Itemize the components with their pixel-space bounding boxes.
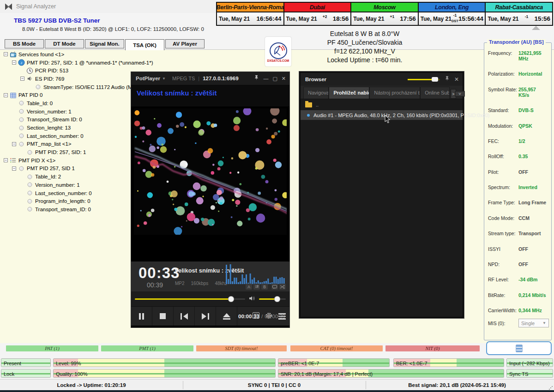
- transponder-label: BitRate:: [488, 292, 518, 298]
- tree-expander[interactable]: −: [4, 158, 8, 162]
- potplayer-titlebar[interactable]: PotPlayer▼ MPEG TS | 127.0.0.1:6969 — ▢ …: [131, 72, 289, 85]
- potplayer-menu-button[interactable]: PotPlayer▼: [136, 76, 166, 81]
- tree-item[interactable]: −PMT PID X <1>: [2, 156, 130, 165]
- tab-bs-mode[interactable]: BS Mode: [5, 39, 44, 48]
- tree-item[interactable]: StreamType: ISO/IEC 11172 Audio (MPEG-1)…: [2, 83, 130, 91]
- tree-item[interactable]: Version_number: 1: [2, 181, 130, 189]
- browser-titlebar[interactable]: Browser ✕: [301, 73, 463, 86]
- tab-tsa-ok[interactable]: TSA (OK): [125, 39, 164, 50]
- tree-item[interactable]: PMT PID: 257, SID: 1: [2, 148, 130, 156]
- buffer-icon: [516, 344, 523, 352]
- stream-list-item[interactable]: Audio #1 - MPEG Audio, 48.0 kHz, 2 Ch, 1…: [301, 110, 463, 120]
- maximize-button[interactable]: ▢: [272, 76, 277, 82]
- transponder-label: Standard:: [488, 107, 518, 113]
- stop-button[interactable]: [152, 307, 174, 326]
- tree-item[interactable]: Last_section_number: 0: [2, 189, 130, 197]
- tree-item[interactable]: −PMT_map_list <1>: [2, 140, 130, 148]
- tree-item[interactable]: Transport_Stream ID: 0: [2, 116, 130, 124]
- mis-dropdown[interactable]: Single ▼: [518, 319, 549, 327]
- transponder-label: FEC:: [488, 138, 518, 144]
- close-icon[interactable]: ✕: [454, 76, 459, 83]
- resize-grip[interactable]: [548, 386, 553, 390]
- mode-tabs: BS ModeDT ModeSignal Mon.TSA (OK)AV Play…: [5, 39, 205, 49]
- transponder-title: Transponder (AU) [BS]: [487, 39, 546, 45]
- tree-expander[interactable]: −: [4, 52, 8, 56]
- volume-slider[interactable]: [259, 298, 286, 300]
- meter-label: Present: [4, 359, 21, 367]
- meter-sync-ts: Sync TS: [506, 369, 553, 378]
- tree-expander[interactable]: −: [4, 93, 8, 97]
- playlist-icon[interactable]: [253, 312, 259, 321]
- shuffle-icon[interactable]: [279, 284, 286, 290]
- repeat-a-button[interactable]: A: [246, 284, 252, 290]
- psi-nit-0: NIT (0): [385, 345, 480, 351]
- pin-icon[interactable]: [445, 75, 450, 83]
- pause-button[interactable]: [131, 307, 152, 326]
- tree-item[interactable]: Last_section_number: 0: [2, 132, 130, 140]
- next-button[interactable]: [195, 307, 216, 326]
- tree-item[interactable]: Table_Id: 2: [2, 172, 130, 181]
- tree-expander[interactable]: −: [20, 77, 24, 81]
- tab-signal-mon[interactable]: Signal Mon.: [85, 39, 124, 48]
- clock-utc-offset: -1DST: [452, 16, 458, 22]
- clock-time: 15:56:44: [458, 15, 483, 22]
- folder-up-row[interactable]: ..: [301, 99, 463, 110]
- clock-column-london-eng: London, EngTue, May 21-1DST15:56:44: [419, 3, 486, 25]
- transponder-label: RollOff:: [488, 154, 518, 159]
- buffer-button[interactable]: [486, 341, 552, 355]
- psi-pat-1: PAT (1): [6, 345, 98, 351]
- psi-pmt-1: PMT (1): [101, 345, 193, 351]
- tree-item[interactable]: Program_info_length: 0: [2, 197, 130, 205]
- seek-knob[interactable]: [228, 296, 234, 302]
- tree-expander[interactable]: −: [12, 142, 16, 146]
- seek-bar[interactable]: [135, 298, 245, 300]
- browser-window: Browser ✕ NavigovatProhlížeč nabídkyNást…: [299, 71, 464, 318]
- transponder-value: 0.35: [518, 154, 528, 159]
- tree-expander[interactable]: −: [12, 166, 16, 171]
- clock-time: 16:56:44: [257, 15, 282, 22]
- pin-icon[interactable]: [254, 74, 259, 83]
- tree-item[interactable]: Transport_stream_ID: 0: [2, 205, 130, 214]
- volume-knob[interactable]: [274, 296, 280, 302]
- close-icon[interactable]: ✕: [282, 76, 286, 82]
- clock-city-label: Dubai: [284, 3, 351, 12]
- eject-button[interactable]: [216, 307, 237, 326]
- tree-item[interactable]: −PAT PID 0: [2, 91, 130, 99]
- video-area[interactable]: [131, 107, 289, 237]
- minimize-button[interactable]: —: [263, 76, 268, 81]
- tree-item[interactable]: Section_lenght: 13: [2, 124, 130, 132]
- tree-expander[interactable]: −: [12, 60, 16, 65]
- tree-item[interactable]: −♪PMT PID: 257, SID: 1 @ *unnamed-1* (*u…: [2, 59, 130, 67]
- tree-item[interactable]: −PMT PID 257, SID 1: [2, 165, 130, 173]
- tree-item[interactable]: Version_number: 1: [2, 107, 130, 116]
- clock-time-cell: Tue, May 21-115:56: [486, 12, 552, 25]
- tree-item[interactable]: −Services found <1>: [2, 50, 130, 59]
- signal-analyzer-window: Signal Analyzer TBS 5927 USB DVB-S2 Tune…: [0, 0, 554, 392]
- browser-tab-n-stroj-proch-zen-titulk[interactable]: Nástroj procházení titulků: [369, 87, 420, 99]
- menu-icon[interactable]: [278, 313, 286, 320]
- repeat-b-button[interactable]: B: [261, 284, 268, 290]
- tree-item[interactable]: PCR PID: 513: [2, 66, 130, 75]
- tab-av-player[interactable]: AV Player: [165, 39, 205, 48]
- tab-dt-mode[interactable]: DT Mode: [45, 39, 84, 48]
- gear-icon[interactable]: [265, 312, 272, 321]
- transponder-label: NPD:: [488, 261, 518, 267]
- browser-tab-prohl-e-nab-dky[interactable]: Prohlížeč nabídky: [329, 87, 369, 99]
- tree-item-label: PMT PID 257, SID 1: [27, 166, 75, 171]
- browser-tab-navigovat[interactable]: Navigovat: [303, 87, 329, 99]
- previous-button[interactable]: [174, 307, 195, 326]
- meter-present: Present: [1, 358, 51, 367]
- clock-time: 17:56: [400, 15, 416, 22]
- leaf-icon: [18, 125, 25, 131]
- browser-opacity-slider[interactable]: [408, 79, 440, 80]
- tree-item-label: Table_Id: 0: [27, 101, 53, 106]
- browser-tab-online-subs[interactable]: Online Subs: [420, 87, 449, 99]
- table-icon: [10, 92, 17, 99]
- tree-item[interactable]: −ES PID: 769: [2, 75, 130, 83]
- speaker-icon[interactable]: [249, 295, 255, 303]
- tabs-dropdown-icon[interactable]: >: [455, 91, 464, 96]
- tree-item[interactable]: Table_Id: 0: [2, 99, 130, 107]
- subtitle-icon[interactable]: [271, 284, 278, 290]
- total-time: 00:39: [147, 281, 163, 289]
- repeat-arrow-icon[interactable]: [253, 284, 260, 290]
